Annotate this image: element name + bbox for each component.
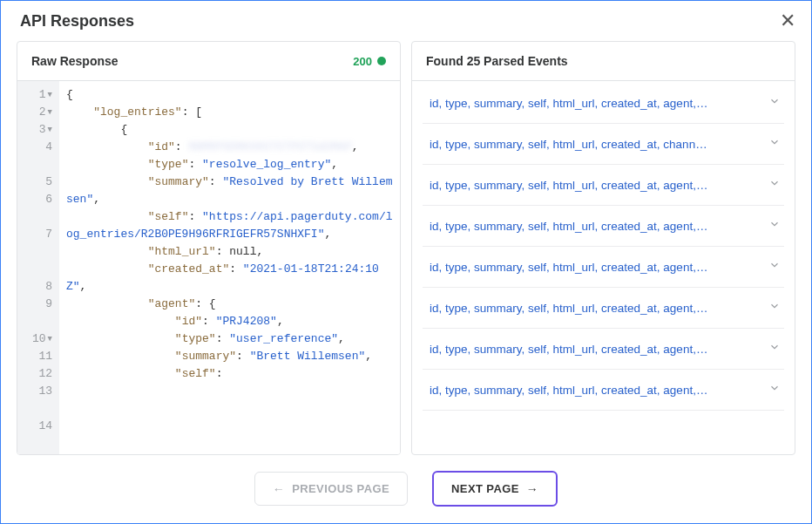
- next-page-label: NEXT PAGE: [451, 482, 519, 495]
- close-icon[interactable]: ✕: [780, 11, 795, 31]
- chevron-down-icon: [768, 382, 781, 398]
- parsed-events-title: Found 25 Parsed Events: [426, 54, 568, 68]
- previous-page-button[interactable]: ← PREVIOUS PAGE: [254, 472, 408, 506]
- event-summary: id, type, summary, self, html_url, creat…: [430, 97, 707, 110]
- chevron-down-icon: [768, 259, 781, 275]
- event-row[interactable]: id, type, summary, self, html_url, creat…: [423, 206, 784, 247]
- event-row[interactable]: id, type, summary, self, html_url, creat…: [423, 124, 784, 165]
- event-summary: id, type, summary, self, html_url, creat…: [430, 384, 707, 397]
- next-page-button[interactable]: NEXT PAGE →: [432, 471, 558, 507]
- arrow-right-icon: →: [526, 483, 538, 495]
- status-badge: 200: [353, 55, 386, 68]
- code-gutter: 1▼2▼3▼4 56 7 89 10▼111213 14: [17, 81, 59, 454]
- event-summary: id, type, summary, self, html_url, creat…: [430, 302, 707, 315]
- raw-response-panel: Raw Response 200 1▼2▼3▼4 56 7 89 10▼1112…: [17, 41, 401, 455]
- previous-page-label: PREVIOUS PAGE: [292, 482, 389, 495]
- event-row[interactable]: id, type, summary, self, html_url, creat…: [423, 370, 784, 411]
- event-summary: id, type, summary, self, html_url, creat…: [430, 179, 707, 192]
- parsed-events-list[interactable]: id, type, summary, self, html_url, creat…: [412, 81, 795, 454]
- arrow-left-icon: ←: [273, 483, 285, 495]
- event-summary: id, type, summary, self, html_url, creat…: [430, 261, 707, 274]
- chevron-down-icon: [768, 218, 781, 234]
- event-summary: id, type, summary, self, html_url, creat…: [430, 220, 707, 233]
- event-summary: id, type, summary, self, html_url, creat…: [430, 138, 707, 151]
- event-row[interactable]: id, type, summary, self, html_url, creat…: [423, 247, 784, 288]
- code-block: { "log_entries": [ { "id": RBMRP9DRKH9ST…: [59, 81, 400, 454]
- page-title: API Responses: [20, 12, 134, 31]
- chevron-down-icon: [768, 136, 781, 152]
- raw-response-title: Raw Response: [31, 54, 118, 68]
- status-dot-icon: [377, 57, 386, 65]
- event-row[interactable]: id, type, summary, self, html_url, creat…: [423, 329, 784, 370]
- status-code: 200: [353, 55, 372, 68]
- parsed-events-panel: Found 25 Parsed Events id, type, summary…: [411, 41, 795, 455]
- event-row[interactable]: id, type, summary, self, html_url, creat…: [423, 288, 784, 329]
- chevron-down-icon: [768, 177, 781, 193]
- event-summary: id, type, summary, self, html_url, creat…: [430, 343, 707, 356]
- chevron-down-icon: [768, 300, 781, 316]
- raw-response-body[interactable]: 1▼2▼3▼4 56 7 89 10▼111213 14 { "log_entr…: [17, 81, 400, 454]
- chevron-down-icon: [768, 95, 781, 111]
- event-row[interactable]: id, type, summary, self, html_url, creat…: [423, 165, 784, 206]
- chevron-down-icon: [768, 341, 781, 357]
- event-row[interactable]: id, type, summary, self, html_url, creat…: [423, 90, 784, 124]
